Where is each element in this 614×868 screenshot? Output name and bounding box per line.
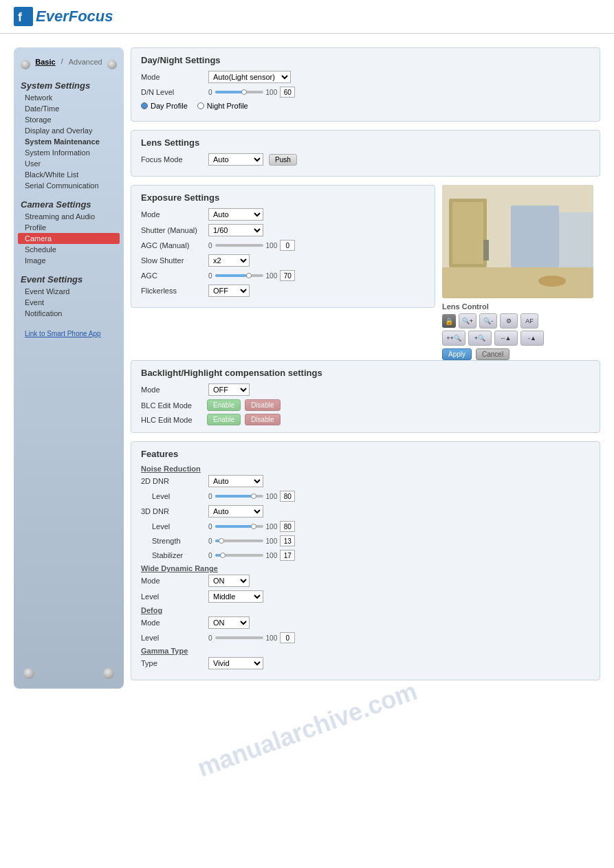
- slow-shutter-select[interactable]: x2 OFF: [208, 254, 250, 267]
- stabilizer-slider: 0 100: [208, 550, 295, 561]
- nav-streaming[interactable]: Streaming and Audio: [14, 211, 124, 222]
- nav-notification[interactable]: Notification: [14, 308, 124, 319]
- strength-min: 0: [208, 537, 212, 545]
- agc-manual-val[interactable]: [280, 240, 295, 251]
- nav-storage[interactable]: Storage: [14, 114, 124, 125]
- sidebar-footer: [14, 663, 124, 682]
- nav-blackwhite[interactable]: Black/White List: [14, 169, 124, 180]
- stab-track[interactable]: [215, 554, 263, 557]
- slow-shutter-label: Slow Shutter: [141, 256, 203, 265]
- nav-system-maintenance[interactable]: System Maintenance: [14, 136, 124, 147]
- zoom-out3-btn[interactable]: -▲: [520, 331, 544, 346]
- slow-shutter-row: Slow Shutter x2 OFF: [141, 254, 425, 267]
- flickerless-select[interactable]: OFF 50Hz 60Hz: [208, 285, 250, 297]
- focus-mode-select[interactable]: Auto Manual One Push: [208, 153, 263, 166]
- blc-enable-btn[interactable]: Enable: [207, 399, 241, 411]
- strength-val[interactable]: [280, 535, 295, 546]
- level3d-min: 0: [208, 523, 212, 531]
- blc-section: Backlight/Highlight compensation setting…: [131, 360, 600, 433]
- zoom-out-btn[interactable]: 🔍-: [479, 313, 497, 329]
- zoom-out2-btn[interactable]: --▲: [494, 331, 518, 346]
- defog-track[interactable]: [215, 636, 263, 639]
- stabilizer-label: Stabilizer: [141, 551, 203, 559]
- svg-rect-7: [559, 212, 593, 267]
- defog-val[interactable]: [280, 632, 295, 643]
- nav-image[interactable]: Image: [14, 255, 124, 266]
- wdr-mode-select[interactable]: ON OFF: [208, 575, 250, 587]
- daynight-mode-label: Mode: [141, 73, 203, 81]
- hlc-disable-btn[interactable]: Disable: [245, 414, 280, 425]
- level2d-track[interactable]: [215, 495, 263, 498]
- level3d-val[interactable]: [280, 521, 295, 532]
- system-section-title: System Settings: [14, 78, 124, 92]
- svg-text:f: f: [18, 10, 23, 24]
- nav-user[interactable]: User: [14, 158, 124, 169]
- focus-btn[interactable]: ⚙: [500, 313, 518, 329]
- defog-mode-select[interactable]: ON OFF: [208, 616, 250, 629]
- zoom-in3-btn[interactable]: +🔍: [468, 331, 492, 346]
- tab-sep: /: [61, 57, 63, 67]
- nav-schedule[interactable]: Schedule: [14, 244, 124, 255]
- shutter-select[interactable]: 1/60 1/30 1/120: [208, 224, 263, 236]
- nav-event-wizard[interactable]: Event Wizard: [14, 286, 124, 297]
- lens-lock-btn[interactable]: 🔒: [442, 314, 456, 328]
- lens-btn-row2: ++🔍 +🔍 --▲ -▲: [442, 331, 600, 346]
- zoom-in-btn[interactable]: 🔍+: [459, 313, 476, 329]
- stab-min: 0: [208, 552, 212, 559]
- night-profile-radio[interactable]: Night Profile: [197, 102, 248, 110]
- exp-mode-select[interactable]: Auto Manual: [208, 208, 263, 221]
- dn-level-max: 100: [266, 89, 278, 96]
- nav-display-overlay[interactable]: Display and Overlay: [14, 125, 124, 136]
- dnr3d-select[interactable]: Auto OFF: [208, 505, 263, 518]
- agc-track[interactable]: [215, 274, 263, 277]
- agc-val[interactable]: [280, 270, 295, 281]
- smart-phone-link[interactable]: Link to Smart Phone App: [25, 330, 101, 337]
- day-profile-radio[interactable]: Day Profile: [141, 102, 188, 110]
- content-area: Day/Night Settings Mode Auto(Light senso…: [131, 47, 600, 689]
- noise-reduction-title: Noise Reduction: [141, 465, 590, 473]
- nav-serial[interactable]: Serial Communication: [14, 180, 124, 191]
- strength-track[interactable]: [215, 539, 263, 542]
- exposure-title: Exposure Settings: [141, 192, 425, 203]
- nav-system-info[interactable]: System Information: [14, 147, 124, 158]
- main-wrapper: Basic / Advanced System Settings Network…: [0, 34, 614, 702]
- nav-camera[interactable]: Camera: [18, 233, 120, 244]
- nav-datetime[interactable]: Date/Time: [14, 103, 124, 114]
- flickerless-label: Flickerless: [141, 287, 203, 295]
- daynight-mode-select[interactable]: Auto(Light sensor) Day Night Schedule: [208, 71, 291, 83]
- auto-focus-btn[interactable]: AF: [520, 313, 538, 329]
- wdr-level-select[interactable]: Low Middle High: [208, 590, 263, 603]
- dnr2d-select[interactable]: Auto OFF: [208, 475, 263, 487]
- level3d-track[interactable]: [215, 525, 263, 528]
- stab-val[interactable]: [280, 550, 295, 561]
- zoom-in2-btn[interactable]: ++🔍: [442, 331, 465, 346]
- wdr-level-row: Level Low Middle High: [141, 590, 590, 603]
- level3d-row: Level 0 100: [141, 521, 590, 532]
- dn-level-val[interactable]: [280, 87, 295, 98]
- push-button[interactable]: Push: [269, 154, 297, 166]
- dn-level-track[interactable]: [215, 91, 263, 93]
- gamma-type-select[interactable]: Vivid Normal Black & White: [208, 657, 263, 669]
- cancel-button[interactable]: Cancel: [476, 348, 509, 360]
- blc-disable-btn[interactable]: Disable: [245, 399, 280, 411]
- daynight-mode-row: Mode Auto(Light sensor) Day Night Schedu…: [141, 71, 590, 83]
- apply-button[interactable]: Apply: [442, 348, 472, 360]
- nav-network[interactable]: Network: [14, 92, 124, 103]
- agc-min: 0: [208, 272, 212, 280]
- tab-advanced[interactable]: Advanced: [66, 57, 105, 67]
- camera-preview-svg: [442, 185, 593, 298]
- night-profile-label: Night Profile: [207, 102, 248, 110]
- blc-mode-select[interactable]: OFF BLC HLC: [208, 383, 250, 396]
- features-title: Features: [141, 449, 590, 459]
- tab-basic[interactable]: Basic: [32, 57, 58, 67]
- agc-manual-row: AGC (Manual) 0 100: [141, 240, 425, 251]
- exposure-left: Exposure Settings Mode Auto Manual Shutt…: [131, 185, 435, 360]
- dn-level-slider-group: 0 100: [208, 87, 295, 98]
- nav-event[interactable]: Event: [14, 297, 124, 308]
- level2d-val[interactable]: [280, 491, 295, 502]
- agc-manual-track[interactable]: [215, 244, 263, 247]
- agc-manual-label: AGC (Manual): [141, 241, 203, 249]
- stabilizer-row: Stabilizer 0 100: [141, 550, 590, 561]
- nav-profile[interactable]: Profile: [14, 222, 124, 233]
- hlc-enable-btn[interactable]: Enable: [207, 414, 241, 425]
